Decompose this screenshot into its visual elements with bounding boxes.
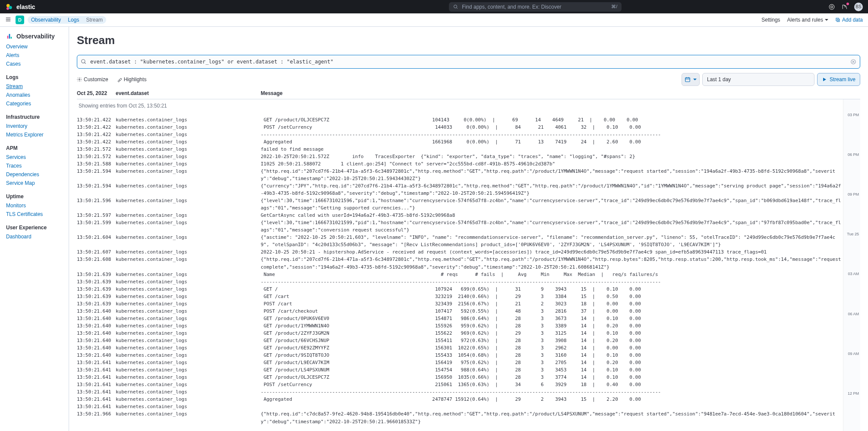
log-row[interactable]: 13:50:21.641kubernetes.container_logs GE… [77, 366, 843, 374]
log-message: 2022-10-25T20:50:21.572Z info TracesExpo… [261, 153, 843, 160]
log-row[interactable]: 13:50:21.639kubernetes.container_logs Na… [77, 271, 843, 278]
log-row[interactable]: 13:50:21.596kubernetes.container_logs{"l… [77, 197, 843, 212]
log-row[interactable]: 13:50:21.640kubernetes.container_logs GE… [77, 330, 843, 337]
log-row[interactable]: 13:50:21.594kubernetes.container_logs{"h… [77, 168, 843, 182]
log-message: ----------------------------------------… [261, 388, 843, 396]
sidebar-item-inventory[interactable]: Inventory [6, 122, 69, 130]
play-icon [822, 77, 827, 82]
log-message: {"level":30,"time":1666731021596,"pid":1… [261, 197, 843, 212]
log-row[interactable]: 13:50:21.640kubernetes.container_logs GE… [77, 337, 843, 344]
sidebar-item-traces[interactable]: Traces [6, 162, 69, 170]
log-row[interactable]: 13:50:21.641kubernetes.container_logs Ag… [77, 396, 843, 403]
log-row[interactable]: 13:50:21.639kubernetes.container_logs PO… [77, 300, 843, 307]
log-timestamp: 13:50:21.641 [77, 388, 116, 396]
log-row[interactable]: 13:50:21.641kubernetes.container_logs PO… [77, 381, 843, 388]
sidebar-item-alerts[interactable]: Alerts [6, 51, 69, 60]
log-row[interactable]: 13:50:21.599kubernetes.container_logs{"l… [77, 219, 843, 234]
sidebar-item-metrics-explorer[interactable]: Metrics Explorer [6, 130, 69, 139]
log-row[interactable]: 13:50:21.640kubernetes.container_logs GE… [77, 315, 843, 322]
sidebar-item-services[interactable]: Services [6, 153, 69, 162]
log-dataset: kubernetes.container_logs [116, 212, 261, 219]
clear-icon[interactable] [850, 59, 856, 65]
log-row[interactable]: 13:50:21.641kubernetes.container_logs---… [77, 388, 843, 396]
log-message: {"http.req.id":"207cd7f6-21b4-471a-a5f3-… [261, 168, 843, 182]
user-avatar[interactable]: BS [854, 3, 863, 11]
svg-rect-22 [685, 78, 690, 82]
sidebar-title: Observability [16, 33, 55, 40]
highlights-button[interactable]: Highlights [117, 76, 147, 82]
log-message: POST /cart 323439 2156(0.67%) | 21 2 302… [261, 300, 843, 307]
log-row[interactable]: 13:50:21.422kubernetes.container_logs---… [77, 131, 843, 138]
minimap-tick: 09 PM [848, 192, 859, 196]
alerts-rules-dropdown[interactable]: Alerts and rules [787, 17, 828, 23]
log-dataset: kubernetes.container_logs [116, 344, 261, 352]
sidebar-item-dashboard[interactable]: Dashboard [6, 232, 69, 241]
log-dataset: kubernetes.container_logs [116, 315, 261, 322]
log-row[interactable]: 13:50:21.572kubernetes.container_logs202… [77, 153, 843, 160]
svg-point-3 [454, 5, 457, 8]
settings-link[interactable]: Settings [761, 17, 780, 23]
log-row[interactable]: 13:50:21.594kubernetes.container_logs{"c… [77, 182, 843, 197]
log-row[interactable]: 13:50:21.640kubernetes.container_logs GE… [77, 352, 843, 359]
log-row[interactable]: 13:50:21.641kubernetes.container_logs GE… [77, 374, 843, 381]
log-row[interactable]: 13:50:21.608kubernetes.container_logs{"h… [77, 256, 843, 270]
log-row[interactable]: 13:50:21.604kubernetes.container_logs{"a… [77, 234, 843, 248]
log-message: {"http.req.id":"207cd7f6-21b4-471a-a5f3-… [261, 256, 843, 270]
log-dataset: kubernetes.container_logs [116, 396, 261, 403]
sidebar-item-overview[interactable]: Overview [6, 42, 69, 51]
log-row[interactable]: 13:50:21.572kubernetes.container_logsfai… [77, 146, 843, 153]
log-row[interactable]: 13:50:21.640kubernetes.container_logs GE… [77, 344, 843, 352]
global-search-input[interactable]: Find apps, content, and more. Ex: Discov… [449, 2, 622, 12]
add-data-link[interactable]: Add data [835, 17, 863, 23]
stream-live-button[interactable]: Stream live [817, 73, 860, 86]
log-minimap[interactable]: 03 PM06 PM09 PMTue 2503 AM06 AM09 AM12 P… [843, 99, 860, 431]
log-row[interactable]: 13:50:21.597kubernetes.container_logsGet… [77, 212, 843, 219]
log-row[interactable]: 13:50:21.641kubernetes.container_logs [77, 403, 843, 410]
breadcrumb-logs[interactable]: Logs [64, 16, 82, 24]
log-message: GetCartAsync called with userId=194a6a2f… [261, 212, 843, 219]
log-row[interactable]: 13:50:21.640kubernetes.container_logs GE… [77, 322, 843, 330]
breadcrumb-observability[interactable]: Observability [28, 16, 64, 24]
log-stream[interactable]: Showing entries from Oct 25, 13:50:21 13… [77, 99, 843, 431]
gear-icon [77, 77, 82, 82]
log-message: Aggregated 1661968 0(0.00%) | 71 13 7419… [261, 138, 843, 146]
log-timestamp: 13:50:21.640 [77, 337, 116, 344]
time-range-button[interactable]: Last 1 day [702, 73, 814, 86]
log-row[interactable]: 13:50:21.422kubernetes.container_logs Ag… [77, 138, 843, 146]
log-row[interactable]: 13:50:21.966kubernetes.container_logs{"h… [77, 410, 843, 425]
col-header-time: Oct 25, 2022 [77, 90, 116, 96]
help-icon[interactable] [828, 3, 835, 10]
log-row[interactable]: 13:50:21.639kubernetes.container_logs GE… [77, 293, 843, 300]
log-row[interactable]: 13:50:21.607kubernetes.container_logs202… [77, 248, 843, 256]
sidebar-item-monitors[interactable]: Monitors [6, 201, 69, 210]
sidebar-item-service-map[interactable]: Service Map [6, 179, 69, 187]
sidebar-item-tls-certificates[interactable]: TLS Certificates [6, 210, 69, 219]
calendar-button[interactable] [682, 73, 700, 86]
log-row[interactable]: 13:50:21.639kubernetes.container_logs GE… [77, 285, 843, 293]
sidebar-item-stream[interactable]: Stream [6, 82, 69, 91]
svg-rect-15 [11, 37, 12, 38]
log-row[interactable]: 13:50:21.640kubernetes.container_logs PO… [77, 307, 843, 315]
svg-point-16 [82, 60, 85, 63]
sidebar-item-cases[interactable]: Cases [6, 60, 69, 68]
sidebar-section-logs: Logs [6, 74, 69, 80]
sidebar-item-anomalies[interactable]: Anomalies [6, 91, 69, 99]
log-row[interactable]: 13:50:21.588kubernetes.container_logsI10… [77, 160, 843, 168]
nav-toggle-icon[interactable] [5, 16, 12, 24]
log-dataset: kubernetes.container_logs [116, 168, 261, 182]
log-row[interactable]: 13:50:21.422kubernetes.container_logs PO… [77, 124, 843, 131]
customize-button[interactable]: Customize [77, 76, 108, 82]
breadcrumb-stream: Stream [82, 16, 106, 24]
sidebar-item-categories[interactable]: Categories [6, 99, 69, 108]
sidebar-item-dependencies[interactable]: Dependencies [6, 170, 69, 179]
newsfeed-icon[interactable] [841, 3, 848, 10]
log-row[interactable]: 13:50:21.639kubernetes.container_logs---… [77, 278, 843, 285]
query-bar[interactable] [77, 55, 860, 69]
query-input[interactable] [90, 59, 847, 65]
log-row[interactable]: 13:50:21.422kubernetes.container_logs GE… [77, 116, 843, 124]
log-row[interactable]: 13:50:21.641kubernetes.container_logs GE… [77, 359, 843, 366]
log-timestamp: 13:50:21.640 [77, 315, 116, 322]
svg-rect-13 [7, 36, 9, 39]
sidebar: Observability OverviewAlertsCases LogsSt… [0, 27, 69, 431]
space-selector[interactable]: D [16, 16, 24, 24]
